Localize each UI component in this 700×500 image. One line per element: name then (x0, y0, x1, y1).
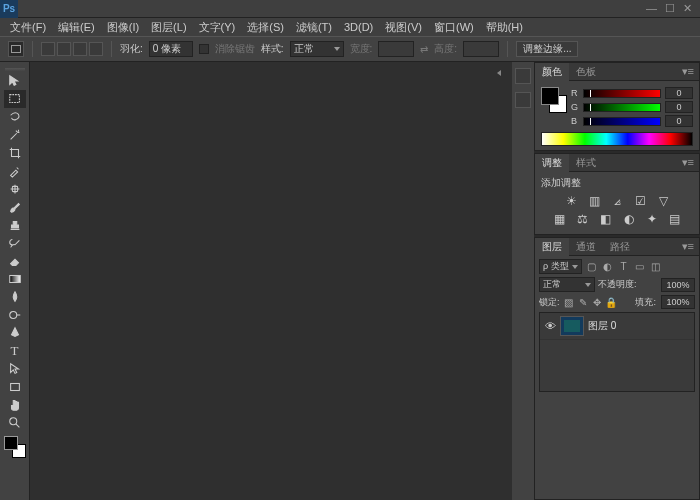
wand-tool[interactable] (4, 126, 26, 144)
channel-mixer-icon[interactable]: ✦ (644, 212, 660, 226)
minimize-button[interactable]: — (646, 2, 657, 15)
path-select-tool[interactable] (4, 360, 26, 378)
color-spectrum[interactable] (541, 132, 693, 146)
filter-pixel-icon[interactable]: ▢ (585, 260, 599, 274)
lock-all-icon[interactable]: 🔒 (605, 296, 617, 308)
selection-subtract-icon[interactable] (73, 42, 87, 56)
color-swatches[interactable] (4, 436, 26, 458)
chevron-down-icon (585, 283, 591, 287)
layers-list: 👁 图层 0 (539, 312, 695, 392)
eyedropper-tool[interactable] (4, 162, 26, 180)
gradient-tool[interactable] (4, 270, 26, 288)
feather-input[interactable]: 0 像素 (149, 41, 193, 57)
selection-intersect-icon[interactable] (89, 42, 103, 56)
style-select[interactable]: 正常 (290, 41, 344, 57)
menu-window[interactable]: 窗口(W) (428, 20, 480, 35)
bw-icon[interactable]: ◧ (598, 212, 614, 226)
vibrance-icon[interactable]: ▽ (655, 194, 671, 208)
filter-smart-icon[interactable]: ◫ (649, 260, 663, 274)
menu-help[interactable]: 帮助(H) (480, 20, 529, 35)
menu-select[interactable]: 选择(S) (241, 20, 290, 35)
g-slider[interactable] (583, 103, 661, 112)
foreground-swatch[interactable] (541, 87, 559, 105)
blend-mode-select[interactable]: 正常 (539, 277, 595, 292)
filter-type-icon[interactable]: T (617, 260, 631, 274)
menu-filter[interactable]: 滤镜(T) (290, 20, 338, 35)
eraser-tool[interactable] (4, 252, 26, 270)
layer-name[interactable]: 图层 0 (588, 319, 616, 333)
layer-kind-select[interactable]: ρ 类型 (539, 259, 582, 274)
stamp-tool[interactable] (4, 216, 26, 234)
g-value[interactable]: 0 (665, 101, 693, 113)
pen-tool[interactable] (4, 324, 26, 342)
photo-filter-icon[interactable]: ◐ (621, 212, 637, 226)
tab-swatches[interactable]: 色板 (569, 63, 603, 81)
selection-new-icon[interactable] (41, 42, 55, 56)
move-tool[interactable] (4, 72, 26, 90)
fill-input[interactable]: 100% (661, 295, 695, 309)
hand-tool[interactable] (4, 396, 26, 414)
filter-adjust-icon[interactable]: ◐ (601, 260, 615, 274)
history-brush-tool[interactable] (4, 234, 26, 252)
brightness-icon[interactable]: ☀ (563, 194, 579, 208)
selection-mode-group (41, 42, 103, 56)
r-value[interactable]: 0 (665, 87, 693, 99)
shape-tool[interactable] (4, 378, 26, 396)
brush-tool[interactable] (4, 198, 26, 216)
tab-layers[interactable]: 图层 (535, 238, 569, 256)
marquee-tool[interactable] (4, 90, 26, 108)
maximize-button[interactable]: ☐ (665, 2, 675, 15)
b-slider[interactable] (583, 117, 661, 126)
panel-menu-icon[interactable]: ▾≡ (677, 240, 699, 253)
collapsed-panel-icon[interactable] (515, 68, 531, 84)
antialias-checkbox[interactable] (199, 44, 209, 54)
menu-3d[interactable]: 3D(D) (338, 21, 379, 33)
lock-position-icon[interactable]: ✥ (591, 296, 603, 308)
blur-tool[interactable] (4, 288, 26, 306)
color-balance-icon[interactable]: ⚖ (575, 212, 591, 226)
tab-paths[interactable]: 路径 (603, 238, 637, 256)
tool-preset-icon[interactable] (8, 41, 24, 57)
b-value[interactable]: 0 (665, 115, 693, 127)
tab-adjustments[interactable]: 调整 (535, 154, 569, 172)
menu-view[interactable]: 视图(V) (379, 20, 428, 35)
curves-icon[interactable]: ⦞ (609, 194, 625, 208)
tab-channels[interactable]: 通道 (569, 238, 603, 256)
lock-pixels-icon[interactable]: ✎ (577, 296, 589, 308)
menu-layer[interactable]: 图层(L) (145, 20, 192, 35)
canvas-area[interactable] (30, 62, 512, 500)
close-button[interactable]: ✕ (683, 2, 692, 15)
tab-color[interactable]: 颜色 (535, 63, 569, 81)
menu-file[interactable]: 文件(F) (4, 20, 52, 35)
lasso-tool[interactable] (4, 108, 26, 126)
dodge-tool[interactable] (4, 306, 26, 324)
exposure-icon[interactable]: ☑ (632, 194, 648, 208)
panel-menu-icon[interactable]: ▾≡ (677, 65, 699, 78)
lookup-icon[interactable]: ▤ (667, 212, 683, 226)
panel-color-swatch[interactable] (541, 87, 567, 113)
hue-sat-icon[interactable]: ▦ (552, 212, 568, 226)
menu-image[interactable]: 图像(I) (101, 20, 145, 35)
menu-type[interactable]: 文字(Y) (193, 20, 242, 35)
panel-menu-icon[interactable]: ▾≡ (677, 156, 699, 169)
selection-add-icon[interactable] (57, 42, 71, 56)
visibility-toggle-icon[interactable]: 👁 (544, 320, 556, 332)
collapse-panels-button[interactable] (490, 66, 508, 80)
refine-edge-button[interactable]: 调整边缘... (516, 41, 578, 57)
filter-shape-icon[interactable]: ▭ (633, 260, 647, 274)
levels-icon[interactable]: ▥ (586, 194, 602, 208)
r-slider[interactable] (583, 89, 661, 98)
zoom-tool[interactable] (4, 414, 26, 432)
menu-edit[interactable]: 编辑(E) (52, 20, 101, 35)
layer-thumbnail[interactable] (560, 316, 584, 336)
type-tool[interactable]: T (4, 342, 26, 360)
lock-transparent-icon[interactable]: ▨ (563, 296, 575, 308)
opacity-input[interactable]: 100% (661, 278, 695, 292)
foreground-color-swatch[interactable] (4, 436, 18, 450)
crop-tool[interactable] (4, 144, 26, 162)
tab-styles[interactable]: 样式 (569, 154, 603, 172)
layer-item[interactable]: 👁 图层 0 (540, 313, 694, 340)
heal-tool[interactable] (4, 180, 26, 198)
collapsed-panel-icon[interactable] (515, 92, 531, 108)
adjustments-panel: 调整 样式 ▾≡ 添加调整 ☀ ▥ ⦞ ☑ ▽ ▦ ⚖ ◧ ◐ ✦ (534, 153, 700, 235)
